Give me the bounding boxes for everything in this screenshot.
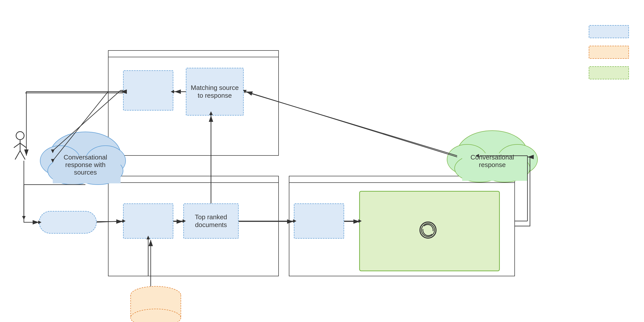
annotation-engine-label (109, 51, 278, 57)
user-figure (11, 131, 29, 163)
top-ranked-box: Top rankeddocuments (183, 203, 239, 239)
legend-on-demand-box (589, 25, 629, 38)
user-stick-figure (11, 131, 29, 161)
svg-point-16 (457, 131, 527, 176)
svg-point-18 (497, 144, 538, 175)
input-query-pill (39, 211, 97, 234)
legend-external-api-box (589, 66, 629, 79)
svg-marker-31 (22, 216, 26, 220)
svg-marker-48 (475, 154, 479, 157)
svg-marker-41 (51, 159, 55, 163)
svg-line-4 (20, 143, 26, 148)
svg-point-1 (16, 132, 24, 140)
top-ranked-label: Top rankeddocuments (195, 213, 227, 229)
legend-external-api (589, 66, 629, 79)
svg-rect-25 (131, 295, 181, 318)
svg-point-8 (40, 146, 80, 176)
annotation-box (123, 70, 173, 111)
database-cylinder (131, 286, 181, 322)
svg-text:sources: sources (74, 169, 97, 176)
svg-point-26 (131, 309, 181, 322)
svg-text:Conversational: Conversational (64, 153, 107, 161)
semantic-search-label (109, 176, 278, 183)
svg-text:response: response (479, 161, 506, 169)
conversational-response-cloud: Conversational response (447, 131, 538, 182)
svg-text:Conversational: Conversational (470, 153, 514, 161)
openai-logo (419, 221, 440, 239)
matching-source-box: Matching sourceto response (186, 68, 244, 116)
svg-line-62 (53, 93, 108, 161)
openai-box (359, 191, 500, 271)
svg-line-3 (14, 143, 20, 148)
svg-text:response with: response with (65, 161, 105, 169)
query-engine-box (123, 203, 173, 239)
svg-line-6 (20, 151, 25, 159)
svg-marker-34 (51, 149, 55, 153)
interpretation-engine-label (289, 176, 514, 183)
legend-preprocessed (589, 46, 629, 59)
svg-line-5 (15, 151, 20, 159)
legend-on-demand (589, 25, 629, 38)
openai-icon (419, 221, 437, 239)
svg-point-24 (131, 286, 181, 304)
svg-point-17 (447, 144, 487, 175)
legend-preprocessed-box (589, 46, 629, 59)
svg-point-10 (48, 157, 98, 185)
text-processing-box (294, 203, 344, 239)
page-title (0, 0, 644, 8)
matching-source-label: Matching sourceto response (191, 84, 239, 99)
svg-line-40 (53, 92, 108, 161)
legend (589, 25, 629, 79)
